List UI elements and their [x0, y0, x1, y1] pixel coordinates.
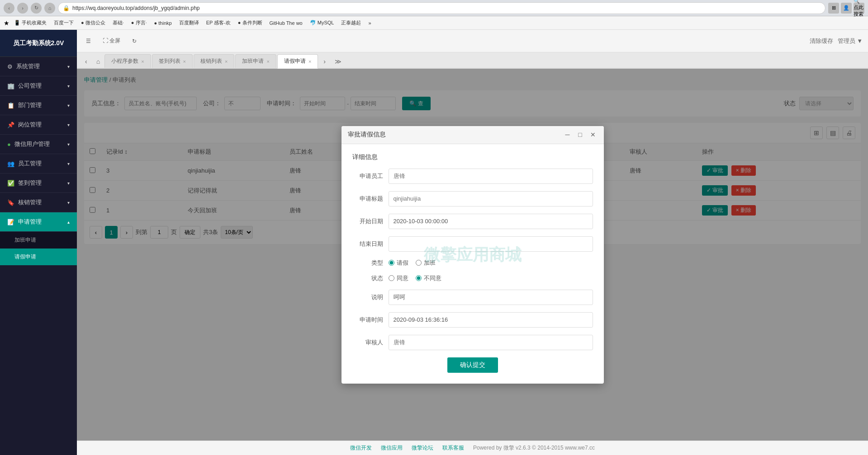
form-row-end-date: 结束日期 — [352, 236, 593, 252]
type-radio-overtime-input[interactable] — [416, 260, 422, 266]
sidebar-item-department[interactable]: 📋 部门管理 ▾ — [0, 96, 77, 115]
search-btn[interactable]: 🔍 点此搜索 — [854, 3, 864, 14]
tab-leave-close[interactable]: × — [308, 59, 311, 64]
type-radio-overtime[interactable]: 加班 — [416, 259, 436, 267]
clear-cache-btn[interactable]: 清除缓存 — [810, 37, 833, 45]
bookmark-zhenghaobao[interactable]: 正泰越起 — [338, 19, 364, 27]
tab-checkin-close[interactable]: × — [183, 59, 186, 64]
reviewer-input[interactable] — [389, 335, 593, 350]
subject-input[interactable] — [389, 191, 593, 206]
refresh-page-btn[interactable]: ↻ — [128, 36, 140, 46]
home-btn[interactable]: ⌂ — [44, 3, 55, 14]
top-bar: ☰ ⛶ 全屏 ↻ 清除缓存 管理员 ▼ — [77, 30, 868, 52]
menu-toggle-btn[interactable]: ☰ — [82, 36, 95, 46]
url-bar[interactable]: 🔒 https://wq.daoreyoulu.top/addons/jb_yg… — [58, 2, 825, 14]
forward-btn[interactable]: › — [17, 3, 28, 14]
applicant-input[interactable] — [389, 169, 593, 184]
bookmark-star[interactable]: ★ — [4, 19, 9, 27]
bookmark-baidu-trans[interactable]: 百度翻译 — [176, 19, 202, 27]
bookmark-github[interactable]: GitHub The wo — [267, 19, 305, 27]
tab-miniapp-params[interactable]: 小程序参数 × — [104, 54, 151, 68]
footer-contact[interactable]: 联系客服 — [442, 444, 464, 452]
dialog-maximize-btn[interactable]: □ — [576, 130, 585, 139]
type-overtime-text: 加班 — [424, 259, 436, 267]
main-content: ☰ ⛶ 全屏 ↻ 清除缓存 管理员 ▼ ‹ ⌂ 小程序参数 × 签到列表 × 核… — [77, 30, 868, 455]
status-radio-disagree[interactable]: 不同意 — [416, 274, 441, 282]
sidebar-submenu-leave[interactable]: 请假申请 — [0, 249, 77, 265]
sidebar-item-wechat-users[interactable]: ● 微信用户管理 ▾ — [0, 135, 77, 154]
bookmark-condition[interactable]: ● 条件判断 — [235, 19, 265, 27]
sidebar-item-position[interactable]: 📌 岗位管理 ▾ — [0, 115, 77, 135]
apply-time-label: 申请时间 — [352, 316, 389, 324]
dialog-minimize-btn[interactable]: ─ — [563, 130, 572, 139]
department-icon: 📋 — [7, 102, 14, 109]
fullscreen-btn[interactable]: ⛶ 全屏 — [99, 35, 124, 47]
sidebar-item-employees-left: 👥 员工管理 — [7, 159, 42, 168]
verify-icon: 🔖 — [7, 199, 14, 206]
confirm-submit-btn[interactable]: 确认提交 — [447, 357, 498, 373]
remark-label: 说明 — [352, 293, 389, 301]
company-icon: 🏢 — [7, 83, 14, 89]
tab-overtime[interactable]: 加班申请 × — [235, 54, 276, 68]
bookmark-baidu[interactable]: 百度一下 — [51, 19, 76, 27]
sidebar-item-application[interactable]: 📝 申请管理 ▴ — [0, 212, 77, 232]
remark-value: 呵呵 — [389, 290, 593, 305]
bookmark-ep[interactable]: EP 感客-欢 — [204, 19, 233, 27]
status-radio-agree[interactable]: 同意 — [389, 274, 408, 282]
type-radio-leave[interactable]: 请假 — [389, 259, 408, 267]
status-radio-agree-input[interactable] — [389, 275, 394, 281]
sidebar-item-system-left: ⚙ 系统管理 — [7, 62, 40, 70]
tab-verify-close[interactable]: × — [225, 59, 228, 64]
tab-overtime-close[interactable]: × — [266, 59, 269, 64]
tab-prev-btn[interactable]: ‹ — [81, 55, 92, 68]
sidebar-item-company[interactable]: 🏢 公司管理 ▾ — [0, 76, 77, 96]
tab-leave[interactable]: 请假申请 × — [277, 54, 318, 69]
sidebar-submenu-overtime[interactable]: 加班申请 — [0, 232, 77, 249]
footer-wechat-app[interactable]: 微信应用 — [381, 444, 403, 452]
sidebar-item-wechat-left: ● 微信用户管理 — [7, 140, 50, 148]
wechat-icon: ● — [7, 141, 11, 148]
dialog-body: 详细信息 微擎应用商城 申请员工 申请标题 — [342, 144, 604, 384]
start-date-label: 开始日期 — [352, 217, 389, 225]
status-agree-text: 同意 — [397, 274, 408, 282]
sidebar-item-checkin-label: 签到管理 — [18, 179, 42, 187]
footer-wechat-dev[interactable]: 微信开发 — [350, 444, 372, 452]
type-radio-leave-input[interactable] — [389, 260, 394, 266]
extensions-btn[interactable]: ⊞ — [828, 3, 839, 14]
admin-menu[interactable]: 管理员 ▼ — [838, 37, 863, 45]
tab-next-btn[interactable]: › — [319, 55, 330, 68]
bookmark-thinkphp[interactable]: ● thinkp — [152, 19, 175, 27]
chevron-right-icon-7: ▾ — [67, 200, 70, 205]
tab-home-btn[interactable]: ⌂ — [92, 55, 104, 68]
form-row-status: 状态 同意 不同意 — [352, 274, 593, 282]
chevron-right-icon: ▾ — [67, 84, 70, 89]
bookmark-jichi[interactable]: 基础· — [110, 19, 127, 27]
end-date-label: 结束日期 — [352, 240, 389, 248]
user-profile-btn[interactable]: 👤 — [841, 3, 852, 14]
footer-forum[interactable]: 微擎论坛 — [412, 444, 433, 452]
bookmark-more[interactable]: » — [365, 19, 374, 27]
dialog-close-btn[interactable]: ✕ — [588, 130, 598, 139]
bookmark-xuyan[interactable]: ● 序言· — [128, 19, 150, 27]
back-btn[interactable]: ‹ — [4, 3, 14, 14]
bookmark-mobile[interactable]: 📱 手机收藏夹 — [11, 19, 49, 27]
sidebar-item-position-label: 岗位管理 — [18, 121, 42, 129]
sidebar-item-verify[interactable]: 🔖 核销管理 ▾ — [0, 193, 77, 212]
start-date-value: 2020-10-03 00:00:00 — [389, 214, 593, 229]
tab-checkin-list[interactable]: 签到列表 × — [152, 54, 193, 68]
sidebar-item-employees[interactable]: 👥 员工管理 ▾ — [0, 154, 77, 174]
sidebar-item-position-left: 📌 岗位管理 — [7, 121, 42, 129]
refresh-btn[interactable]: ↻ — [31, 3, 42, 14]
chevron-right-icon-2: ▾ — [67, 103, 70, 108]
sidebar-item-checkin[interactable]: ✅ 签到管理 ▾ — [0, 174, 77, 193]
bookmark-mysql[interactable]: 🐬 MySQL — [307, 19, 337, 27]
sidebar-item-verify-left: 🔖 核销管理 — [7, 198, 42, 206]
status-radio-disagree-input[interactable] — [416, 275, 422, 281]
status-label: 状态 — [352, 274, 389, 282]
tab-miniapp-close[interactable]: × — [141, 59, 144, 64]
chevron-right-icon-5: ▾ — [67, 161, 70, 166]
tab-more-btn[interactable]: ≫ — [330, 55, 346, 68]
tab-verify-list[interactable]: 核销列表 × — [194, 54, 234, 68]
sidebar-item-system[interactable]: ⚙ 系统管理 ▾ — [0, 57, 77, 76]
bookmark-weixin-public[interactable]: ● 微信公众 — [78, 19, 108, 27]
